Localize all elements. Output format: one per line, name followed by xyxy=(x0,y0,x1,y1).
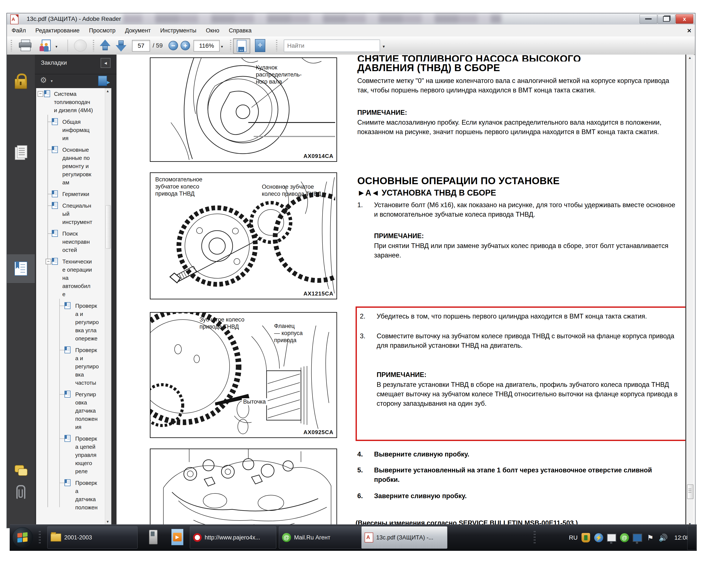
bookmark-item[interactable]: Поиск неисправностей xyxy=(36,230,105,254)
step-text: Совместите выточку на зубчатом колесе пр… xyxy=(377,331,676,350)
taskbar-endcap xyxy=(687,526,696,550)
attachments-tab[interactable] xyxy=(7,482,35,502)
fit-width-button[interactable] xyxy=(233,38,250,54)
collapse-expander[interactable]: − xyxy=(38,91,43,97)
volume-tray-icon[interactable]: 🔊 xyxy=(658,533,668,542)
maximize-button[interactable] xyxy=(657,14,675,24)
adobe-reader-icon xyxy=(364,532,373,542)
install-heading: ОСНОВНЫЕ ОПЕРАЦИИ ПО УСТАНОВКЕ xyxy=(357,175,675,187)
menu-view[interactable]: Просмотр xyxy=(84,24,120,37)
bookmark-icon xyxy=(64,479,71,487)
taskbar-button-opera[interactable]: http://www.pajero4x... xyxy=(190,526,276,549)
share-dropdown-icon[interactable]: ▾ xyxy=(56,44,57,49)
bookmark-item[interactable]: Проверка и регулировка угла опережения xyxy=(36,302,105,342)
bookmark-item[interactable]: Общая информация xyxy=(36,118,105,142)
taskbar-button-pdf-active[interactable]: 13c.pdf (ЗАЩИТА) -... xyxy=(361,526,447,549)
titlebar[interactable]: 13c.pdf (ЗАЩИТА) - Adobe Reader x xyxy=(7,13,695,25)
step-text: Выверните сливную пробку. xyxy=(374,449,469,459)
bookmark-item[interactable]: Основные данные по ремонту и регулировка… xyxy=(36,146,105,187)
monitor-icon xyxy=(633,533,642,542)
quicklaunch-phone[interactable] xyxy=(149,530,158,544)
bookmark-item[interactable]: Регулировка датчика положения xyxy=(36,390,105,431)
highlight-red-box: 2. Убедитесь в том, что поршень первого … xyxy=(356,307,686,441)
menu-window[interactable]: Окно xyxy=(201,24,224,37)
bookmarks-header: Закладки ◂ xyxy=(35,55,117,75)
bookmark-item[interactable]: − Система топливоподач и дизеля (4М4) xyxy=(36,90,105,114)
next-page-button[interactable] xyxy=(116,40,126,51)
bookmark-icon xyxy=(52,118,59,126)
antivirus-tray-icon[interactable] xyxy=(581,533,590,542)
bookmarks-tree: − Система топливоподач и дизеля (4М4) Об… xyxy=(36,88,105,525)
menu-tools[interactable]: Инструменты xyxy=(155,24,201,37)
figure-camshaft: Кулачок распределитель- ного вала AX0914… xyxy=(150,57,337,162)
zoom-in-button[interactable]: + xyxy=(181,41,190,50)
close-document-icon[interactable]: ✕ xyxy=(687,27,692,34)
quicklaunch-media[interactable]: ▶ xyxy=(171,529,183,545)
find-input[interactable] xyxy=(284,42,374,49)
start-button[interactable] xyxy=(12,527,33,548)
scroll-down-icon[interactable]: ▼ xyxy=(106,520,109,524)
pages-tab[interactable] xyxy=(7,141,35,164)
security-tray-icon[interactable]: ⚡ xyxy=(594,533,603,542)
minimize-button[interactable] xyxy=(640,14,657,24)
lightning-icon: ⚡ xyxy=(594,533,603,542)
figure-pump-clipped xyxy=(150,448,337,528)
menu-file[interactable]: Файл xyxy=(7,24,30,37)
taskbar-button-folder[interactable]: 2001-2003 xyxy=(47,526,138,549)
language-indicator[interactable]: RU xyxy=(569,534,578,541)
bookmark-item[interactable]: Герметики xyxy=(36,190,105,198)
zoom-out-icon: − xyxy=(171,41,175,50)
section-heading: ДАВЛЕНИЯ (ТНВД) В СБОРЕ xyxy=(357,62,675,74)
display-tray-icon[interactable] xyxy=(633,533,642,542)
comments-tab[interactable] xyxy=(7,461,35,480)
network-tray-icon[interactable] xyxy=(607,533,616,542)
bookmark-item[interactable]: Проверка датчика положения xyxy=(36,479,105,511)
menu-help[interactable]: Справка xyxy=(224,24,256,37)
fit-page-button[interactable]: ✛ xyxy=(252,38,268,53)
bookmark-icon xyxy=(52,230,59,237)
toolbar-grip xyxy=(11,40,12,51)
zoom-dropdown-icon[interactable]: ▾ xyxy=(221,44,223,49)
figure-label: Вспомогательное зубчатое колесо привода … xyxy=(155,176,202,197)
bookmark-label: Регулировка датчика положения xyxy=(75,390,99,431)
options-gear-icon[interactable]: ⚙ xyxy=(40,76,47,85)
document-scrollbar-thumb[interactable] xyxy=(687,484,693,499)
media-player-icon: ▶ xyxy=(171,529,183,545)
find-dropdown-icon[interactable]: ▾ xyxy=(383,44,385,49)
menu-edit[interactable]: Редактирование xyxy=(30,24,84,37)
document-scrollbar[interactable]: ▲ ▼ xyxy=(686,55,694,528)
options-dropdown-icon[interactable]: ▾ xyxy=(51,79,53,83)
bookmark-item[interactable]: Проверка и регулировка частоты xyxy=(36,346,105,387)
bookmarks-scrollbar-thumb[interactable] xyxy=(106,205,111,249)
page-number-box xyxy=(132,40,150,51)
bookmarks-tab-selected[interactable] xyxy=(7,254,35,283)
scroll-up-icon[interactable]: ▲ xyxy=(688,56,692,60)
previous-page-button[interactable] xyxy=(100,40,110,51)
goto-bookmark-button[interactable]: ▸ xyxy=(98,76,109,86)
collapse-panel-button[interactable]: ◂ xyxy=(101,58,110,68)
bookmark-icon xyxy=(52,146,59,153)
menu-document[interactable]: Документ xyxy=(120,24,155,37)
flag-tray-icon[interactable]: ⚑ xyxy=(646,533,655,542)
scroll-up-icon[interactable]: ▲ xyxy=(106,89,109,93)
taskbar-button-mailru[interactable]: @ Mail.Ru Агент xyxy=(279,526,363,549)
bookmark-item[interactable]: Специальный инструмент xyxy=(36,202,105,226)
email-share-button[interactable] xyxy=(40,40,51,51)
bookmarks-scrollbar[interactable]: ▲ ▼ xyxy=(105,88,111,525)
zoom-level-box[interactable]: 116% xyxy=(193,40,220,51)
collapse-expander[interactable]: − xyxy=(46,259,51,264)
step-number: 4. xyxy=(357,449,374,459)
collaborate-button-disabled[interactable] xyxy=(74,40,87,51)
bookmark-item[interactable]: − Технические операции на автомобиле xyxy=(36,257,105,298)
figure-code: AX0914CA xyxy=(303,153,333,160)
page-number-input[interactable] xyxy=(133,42,149,49)
bookmark-icon xyxy=(64,346,71,354)
security-tab[interactable] xyxy=(7,70,35,93)
windows-logo-icon xyxy=(17,532,28,543)
mailru-agent-tray-icon[interactable]: @ xyxy=(620,533,629,542)
flag-icon: ⚑ xyxy=(647,533,653,542)
print-button[interactable] xyxy=(19,40,32,50)
zoom-out-button[interactable]: − xyxy=(169,41,178,50)
close-button[interactable]: x xyxy=(676,14,693,24)
bookmark-item[interactable]: Проверка цепей управляющего реле xyxy=(36,435,105,476)
